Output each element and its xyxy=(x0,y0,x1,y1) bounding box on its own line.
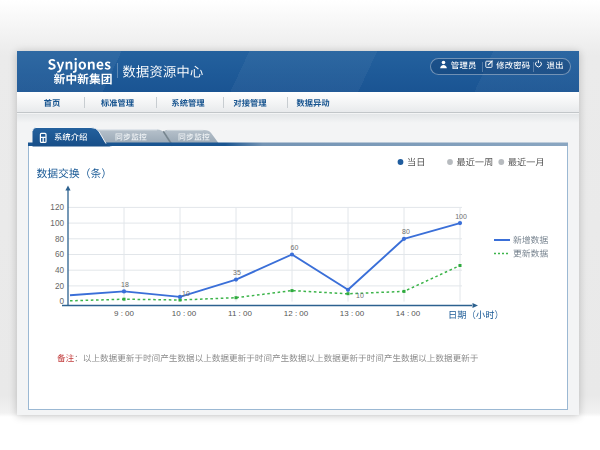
svg-text:10 : 00: 10 : 00 xyxy=(172,309,197,318)
svg-text:40: 40 xyxy=(55,266,65,275)
svg-text:12 : 00: 12 : 00 xyxy=(284,309,309,318)
svg-text:13 : 00: 13 : 00 xyxy=(340,309,365,318)
svg-text:80: 80 xyxy=(402,228,410,235)
svg-text:60: 60 xyxy=(291,244,299,251)
svg-text:10: 10 xyxy=(182,290,190,297)
svg-text:11 : 00: 11 : 00 xyxy=(228,309,252,318)
svg-text:100: 100 xyxy=(455,213,467,220)
svg-text:120: 120 xyxy=(50,203,64,212)
svg-text:9 : 00: 9 : 00 xyxy=(114,309,135,318)
svg-text:20: 20 xyxy=(55,282,65,291)
svg-text:100: 100 xyxy=(50,219,64,228)
svg-text:80: 80 xyxy=(55,235,65,244)
svg-text:60: 60 xyxy=(55,250,65,259)
svg-text:14 : 00: 14 : 00 xyxy=(396,309,421,318)
svg-text:35: 35 xyxy=(233,269,241,276)
svg-text:10: 10 xyxy=(356,292,364,299)
svg-text:18: 18 xyxy=(121,281,129,288)
svg-text:0: 0 xyxy=(59,297,64,306)
